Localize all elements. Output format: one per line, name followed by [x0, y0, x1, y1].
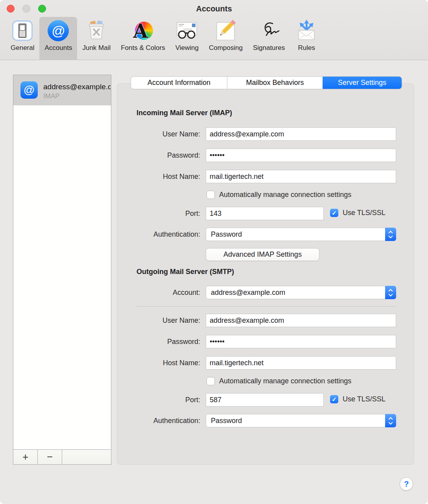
toolbar-item-rules[interactable]: Rules [290, 17, 323, 60]
add-account-button[interactable]: + [13, 450, 38, 464]
advanced-imap-settings-button[interactable]: Advanced IMAP Settings [206, 248, 319, 261]
dropdown-stepper-icon [385, 228, 396, 241]
incoming-user-name-label: User Name: [117, 127, 200, 141]
outgoing-tls-checkbox[interactable]: ✓ [330, 395, 338, 403]
incoming-auth-label: Authentication: [117, 228, 200, 241]
toolbar-item-viewing[interactable]: Viewing [170, 17, 204, 60]
toolbar-item-fonts-colors[interactable]: A Fonts & Colors [116, 17, 170, 60]
outgoing-password-label: Password: [117, 335, 200, 348]
outgoing-auth-value: Password [206, 417, 385, 425]
toolbar-label: Composing [209, 44, 243, 52]
toolbar-label: Junk Mail [82, 44, 111, 52]
window-header: Accounts General @ Accounts [0, 0, 428, 60]
toolbar-label: General [11, 44, 34, 52]
account-name: address@example.com [43, 83, 111, 91]
incoming-auth-value: Password [206, 230, 385, 239]
incoming-port-label: Port: [117, 207, 200, 220]
outgoing-host-name-input[interactable] [206, 357, 396, 369]
tab-account-information[interactable]: Account Information [131, 77, 227, 89]
composing-icon [214, 19, 237, 42]
remove-account-button[interactable]: − [38, 450, 62, 464]
at-icon: @ [48, 20, 69, 41]
check-icon: ✓ [332, 210, 337, 217]
outgoing-account-value: address@example.com [206, 289, 385, 297]
outgoing-heading: Outgoing Mail Server (SMTP) [137, 268, 234, 276]
toolbar-label: Viewing [175, 44, 199, 52]
outgoing-user-name-label: User Name: [117, 314, 200, 327]
tab-mailbox-behaviors[interactable]: Mailbox Behaviors [227, 77, 323, 89]
outgoing-tls-label: Use TLS/SSL [343, 395, 386, 403]
account-list: @ address@example.com IMAP + − [13, 75, 111, 465]
incoming-auto-manage-checkbox[interactable] [207, 191, 215, 199]
check-icon: ✓ [332, 396, 337, 403]
incoming-port-input[interactable] [206, 207, 323, 220]
toolbar-label: Signatures [253, 44, 285, 52]
window-title: Accounts [0, 4, 428, 13]
outgoing-auto-manage-checkbox[interactable] [207, 377, 215, 385]
fonts-colors-icon: A [131, 19, 154, 42]
toolbar-item-general[interactable]: General [6, 17, 39, 60]
toolbar-label: Rules [298, 44, 315, 52]
incoming-tls-label: Use TLS/SSL [343, 209, 386, 217]
account-list-footer: + − [13, 449, 111, 464]
question-mark-icon: ? [404, 480, 409, 489]
outgoing-password-input[interactable] [206, 335, 396, 348]
tab-server-settings[interactable]: Server Settings [323, 77, 402, 89]
toolbar-item-accounts[interactable]: @ Accounts [39, 17, 77, 60]
outgoing-host-name-label: Host Name: [117, 356, 200, 370]
account-list-item[interactable]: @ address@example.com IMAP [13, 75, 111, 105]
outgoing-auto-manage-label: Automatically manage connection settings [219, 377, 351, 385]
junk-mail-icon [85, 19, 108, 42]
incoming-user-name-input[interactable] [206, 128, 396, 140]
outgoing-port-label: Port: [117, 393, 200, 407]
account-tabs: Account Information Mailbox Behaviors Se… [131, 77, 402, 89]
outgoing-account-label: Account: [117, 286, 200, 299]
toolbar-item-junk-mail[interactable]: Junk Mail [77, 17, 116, 60]
incoming-tls-checkbox[interactable]: ✓ [330, 209, 338, 217]
viewing-icon [175, 19, 198, 42]
accounts-preferences-window: Accounts General @ Accounts [0, 0, 428, 504]
incoming-heading: Incoming Mail Server (IMAP) [137, 109, 232, 117]
dropdown-stepper-icon [385, 414, 396, 427]
server-settings-panel: Incoming Mail Server (IMAP) User Name: P… [117, 83, 414, 465]
outgoing-account-dropdown[interactable]: address@example.com [206, 286, 396, 299]
accounts-icon: @ [47, 19, 70, 42]
outgoing-auth-dropdown[interactable]: Password [206, 414, 396, 427]
toolbar-item-composing[interactable]: Composing [204, 17, 248, 60]
help-button[interactable]: ? [400, 477, 413, 491]
toolbar-label: Fonts & Colors [121, 44, 165, 52]
incoming-auth-dropdown[interactable]: Password [206, 228, 396, 241]
account-at-icon: @ [20, 81, 38, 99]
incoming-host-name-input[interactable] [206, 170, 396, 183]
incoming-password-input[interactable] [206, 149, 396, 162]
outgoing-auth-label: Authentication: [117, 414, 200, 427]
account-type: IMAP [43, 92, 60, 100]
incoming-host-name-label: Host Name: [117, 170, 200, 183]
incoming-password-label: Password: [117, 149, 200, 162]
rules-icon [295, 19, 318, 42]
footer-spacer [62, 450, 111, 464]
signatures-icon [258, 19, 280, 42]
outgoing-user-name-input[interactable] [206, 314, 396, 327]
toolbar-label: Accounts [44, 44, 72, 52]
preferences-toolbar: General @ Accounts Ju [6, 17, 323, 60]
outgoing-port-input[interactable] [206, 394, 323, 406]
incoming-auto-manage-label: Automatically manage connection settings [219, 191, 351, 199]
toolbar-item-signatures[interactable]: Signatures [248, 17, 290, 60]
dropdown-stepper-icon [385, 286, 396, 299]
section-divider [137, 306, 396, 307]
general-icon [11, 19, 34, 42]
